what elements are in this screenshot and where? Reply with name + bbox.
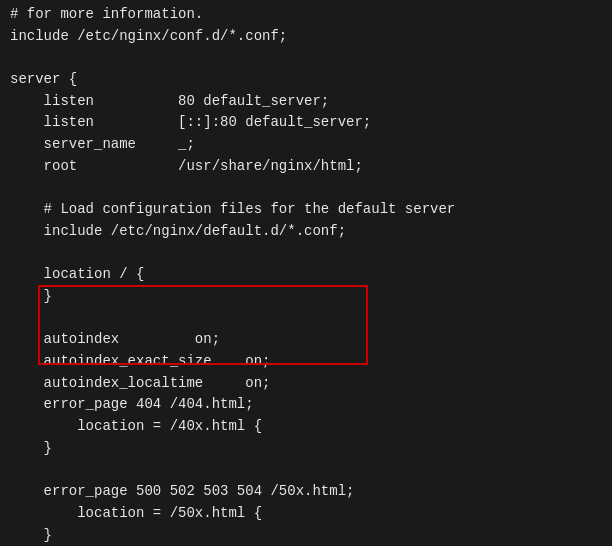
code-line: server {: [10, 69, 602, 91]
code-line: [10, 308, 602, 330]
code-line: listen 80 default_server;: [10, 91, 602, 113]
code-line: [10, 47, 602, 69]
code-line: autoindex_localtime on;: [10, 373, 602, 395]
code-line: }: [10, 286, 602, 308]
code-line: location = /50x.html {: [10, 503, 602, 525]
code-line: server_name _;: [10, 134, 602, 156]
code-line: listen [::]:80 default_server;: [10, 112, 602, 134]
code-line: location / {: [10, 264, 602, 286]
code-line: [10, 459, 602, 481]
code-line: include /etc/nginx/default.d/*.conf;: [10, 221, 602, 243]
code-line: # for more information.: [10, 4, 602, 26]
code-line: root /usr/share/nginx/html;: [10, 156, 602, 178]
code-line: error_page 500 502 503 504 /50x.html;: [10, 481, 602, 503]
code-line: [10, 178, 602, 200]
code-line: }: [10, 525, 602, 547]
code-line: autoindex on;: [10, 329, 602, 351]
code-line: error_page 404 /404.html;: [10, 394, 602, 416]
code-line: [10, 243, 602, 265]
code-line: autoindex_exact_size on;: [10, 351, 602, 373]
code-line: }: [10, 438, 602, 460]
code-editor: # for more information.include /etc/ngin…: [0, 0, 612, 546]
code-line: location = /40x.html {: [10, 416, 602, 438]
code-line: # Load configuration files for the defau…: [10, 199, 602, 221]
code-content: # for more information.include /etc/ngin…: [10, 4, 602, 546]
code-line: include /etc/nginx/conf.d/*.conf;: [10, 26, 602, 48]
